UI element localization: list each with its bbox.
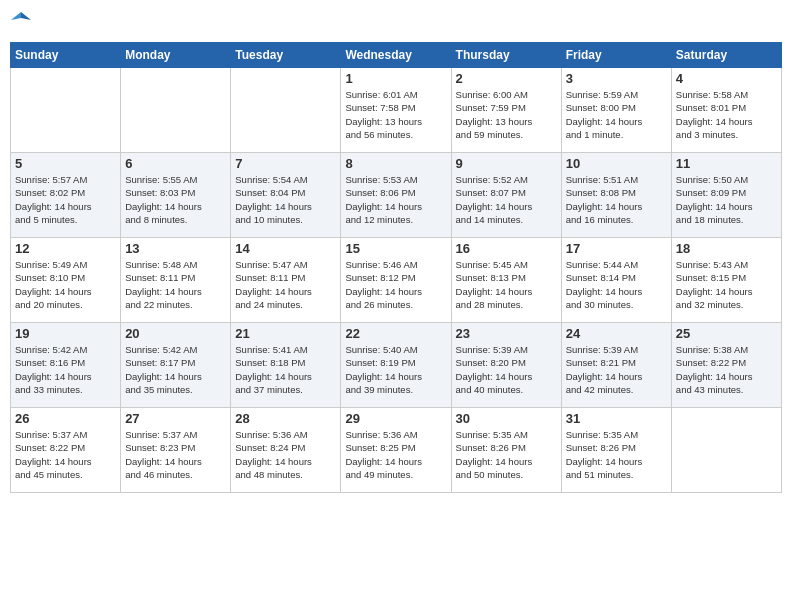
calendar-cell: 30Sunrise: 5:35 AM Sunset: 8:26 PM Dayli… bbox=[451, 408, 561, 493]
calendar-cell: 12Sunrise: 5:49 AM Sunset: 8:10 PM Dayli… bbox=[11, 238, 121, 323]
day-number: 30 bbox=[456, 411, 557, 426]
calendar-cell: 21Sunrise: 5:41 AM Sunset: 8:18 PM Dayli… bbox=[231, 323, 341, 408]
day-info: Sunrise: 5:38 AM Sunset: 8:22 PM Dayligh… bbox=[676, 343, 777, 396]
day-info: Sunrise: 5:54 AM Sunset: 8:04 PM Dayligh… bbox=[235, 173, 336, 226]
weekday-header: Monday bbox=[121, 43, 231, 68]
page-header bbox=[10, 10, 782, 34]
calendar-cell: 19Sunrise: 5:42 AM Sunset: 8:16 PM Dayli… bbox=[11, 323, 121, 408]
calendar-cell: 25Sunrise: 5:38 AM Sunset: 8:22 PM Dayli… bbox=[671, 323, 781, 408]
logo-bird-icon bbox=[11, 10, 31, 34]
calendar-cell: 2Sunrise: 6:00 AM Sunset: 7:59 PM Daylig… bbox=[451, 68, 561, 153]
weekday-header: Thursday bbox=[451, 43, 561, 68]
calendar-cell: 20Sunrise: 5:42 AM Sunset: 8:17 PM Dayli… bbox=[121, 323, 231, 408]
calendar-cell bbox=[231, 68, 341, 153]
day-number: 10 bbox=[566, 156, 667, 171]
calendar-cell: 4Sunrise: 5:58 AM Sunset: 8:01 PM Daylig… bbox=[671, 68, 781, 153]
svg-marker-1 bbox=[11, 12, 21, 20]
calendar-cell: 28Sunrise: 5:36 AM Sunset: 8:24 PM Dayli… bbox=[231, 408, 341, 493]
calendar-cell: 27Sunrise: 5:37 AM Sunset: 8:23 PM Dayli… bbox=[121, 408, 231, 493]
day-number: 11 bbox=[676, 156, 777, 171]
calendar-cell: 17Sunrise: 5:44 AM Sunset: 8:14 PM Dayli… bbox=[561, 238, 671, 323]
day-number: 18 bbox=[676, 241, 777, 256]
calendar-cell: 31Sunrise: 5:35 AM Sunset: 8:26 PM Dayli… bbox=[561, 408, 671, 493]
day-info: Sunrise: 5:44 AM Sunset: 8:14 PM Dayligh… bbox=[566, 258, 667, 311]
weekday-header: Friday bbox=[561, 43, 671, 68]
day-number: 16 bbox=[456, 241, 557, 256]
day-info: Sunrise: 5:36 AM Sunset: 8:25 PM Dayligh… bbox=[345, 428, 446, 481]
day-info: Sunrise: 5:57 AM Sunset: 8:02 PM Dayligh… bbox=[15, 173, 116, 226]
day-info: Sunrise: 5:42 AM Sunset: 8:16 PM Dayligh… bbox=[15, 343, 116, 396]
day-number: 24 bbox=[566, 326, 667, 341]
day-info: Sunrise: 5:50 AM Sunset: 8:09 PM Dayligh… bbox=[676, 173, 777, 226]
day-number: 27 bbox=[125, 411, 226, 426]
calendar-cell: 11Sunrise: 5:50 AM Sunset: 8:09 PM Dayli… bbox=[671, 153, 781, 238]
day-number: 15 bbox=[345, 241, 446, 256]
day-info: Sunrise: 5:35 AM Sunset: 8:26 PM Dayligh… bbox=[566, 428, 667, 481]
day-info: Sunrise: 5:46 AM Sunset: 8:12 PM Dayligh… bbox=[345, 258, 446, 311]
day-info: Sunrise: 6:00 AM Sunset: 7:59 PM Dayligh… bbox=[456, 88, 557, 141]
calendar-week-row: 12Sunrise: 5:49 AM Sunset: 8:10 PM Dayli… bbox=[11, 238, 782, 323]
day-number: 8 bbox=[345, 156, 446, 171]
day-info: Sunrise: 5:53 AM Sunset: 8:06 PM Dayligh… bbox=[345, 173, 446, 226]
day-info: Sunrise: 5:40 AM Sunset: 8:19 PM Dayligh… bbox=[345, 343, 446, 396]
day-number: 5 bbox=[15, 156, 116, 171]
weekday-header: Saturday bbox=[671, 43, 781, 68]
day-info: Sunrise: 5:49 AM Sunset: 8:10 PM Dayligh… bbox=[15, 258, 116, 311]
calendar-cell: 15Sunrise: 5:46 AM Sunset: 8:12 PM Dayli… bbox=[341, 238, 451, 323]
calendar-cell: 13Sunrise: 5:48 AM Sunset: 8:11 PM Dayli… bbox=[121, 238, 231, 323]
svg-marker-0 bbox=[21, 12, 31, 20]
weekday-header: Tuesday bbox=[231, 43, 341, 68]
day-number: 21 bbox=[235, 326, 336, 341]
day-number: 13 bbox=[125, 241, 226, 256]
calendar-cell: 29Sunrise: 5:36 AM Sunset: 8:25 PM Dayli… bbox=[341, 408, 451, 493]
day-number: 26 bbox=[15, 411, 116, 426]
calendar-cell: 26Sunrise: 5:37 AM Sunset: 8:22 PM Dayli… bbox=[11, 408, 121, 493]
day-info: Sunrise: 5:47 AM Sunset: 8:11 PM Dayligh… bbox=[235, 258, 336, 311]
day-number: 31 bbox=[566, 411, 667, 426]
day-info: Sunrise: 5:59 AM Sunset: 8:00 PM Dayligh… bbox=[566, 88, 667, 141]
calendar-cell bbox=[121, 68, 231, 153]
day-number: 6 bbox=[125, 156, 226, 171]
calendar-cell: 10Sunrise: 5:51 AM Sunset: 8:08 PM Dayli… bbox=[561, 153, 671, 238]
day-number: 2 bbox=[456, 71, 557, 86]
day-info: Sunrise: 5:37 AM Sunset: 8:23 PM Dayligh… bbox=[125, 428, 226, 481]
calendar-table: SundayMondayTuesdayWednesdayThursdayFrid… bbox=[10, 42, 782, 493]
day-number: 14 bbox=[235, 241, 336, 256]
day-number: 12 bbox=[15, 241, 116, 256]
calendar-cell: 3Sunrise: 5:59 AM Sunset: 8:00 PM Daylig… bbox=[561, 68, 671, 153]
day-number: 22 bbox=[345, 326, 446, 341]
calendar-cell: 7Sunrise: 5:54 AM Sunset: 8:04 PM Daylig… bbox=[231, 153, 341, 238]
day-info: Sunrise: 5:52 AM Sunset: 8:07 PM Dayligh… bbox=[456, 173, 557, 226]
day-number: 3 bbox=[566, 71, 667, 86]
calendar-cell: 9Sunrise: 5:52 AM Sunset: 8:07 PM Daylig… bbox=[451, 153, 561, 238]
logo bbox=[10, 10, 31, 34]
calendar-cell: 24Sunrise: 5:39 AM Sunset: 8:21 PM Dayli… bbox=[561, 323, 671, 408]
day-info: Sunrise: 5:55 AM Sunset: 8:03 PM Dayligh… bbox=[125, 173, 226, 226]
calendar-week-row: 5Sunrise: 5:57 AM Sunset: 8:02 PM Daylig… bbox=[11, 153, 782, 238]
day-number: 29 bbox=[345, 411, 446, 426]
calendar-cell: 22Sunrise: 5:40 AM Sunset: 8:19 PM Dayli… bbox=[341, 323, 451, 408]
calendar-cell: 14Sunrise: 5:47 AM Sunset: 8:11 PM Dayli… bbox=[231, 238, 341, 323]
day-info: Sunrise: 5:39 AM Sunset: 8:21 PM Dayligh… bbox=[566, 343, 667, 396]
day-info: Sunrise: 5:51 AM Sunset: 8:08 PM Dayligh… bbox=[566, 173, 667, 226]
day-info: Sunrise: 5:35 AM Sunset: 8:26 PM Dayligh… bbox=[456, 428, 557, 481]
day-info: Sunrise: 5:36 AM Sunset: 8:24 PM Dayligh… bbox=[235, 428, 336, 481]
calendar-cell: 5Sunrise: 5:57 AM Sunset: 8:02 PM Daylig… bbox=[11, 153, 121, 238]
calendar-cell: 23Sunrise: 5:39 AM Sunset: 8:20 PM Dayli… bbox=[451, 323, 561, 408]
weekday-header: Sunday bbox=[11, 43, 121, 68]
day-number: 23 bbox=[456, 326, 557, 341]
day-info: Sunrise: 5:39 AM Sunset: 8:20 PM Dayligh… bbox=[456, 343, 557, 396]
calendar-cell bbox=[671, 408, 781, 493]
calendar-cell: 18Sunrise: 5:43 AM Sunset: 8:15 PM Dayli… bbox=[671, 238, 781, 323]
day-info: Sunrise: 5:42 AM Sunset: 8:17 PM Dayligh… bbox=[125, 343, 226, 396]
day-info: Sunrise: 5:58 AM Sunset: 8:01 PM Dayligh… bbox=[676, 88, 777, 141]
day-info: Sunrise: 5:43 AM Sunset: 8:15 PM Dayligh… bbox=[676, 258, 777, 311]
day-number: 1 bbox=[345, 71, 446, 86]
weekday-header: Wednesday bbox=[341, 43, 451, 68]
day-number: 25 bbox=[676, 326, 777, 341]
day-info: Sunrise: 5:45 AM Sunset: 8:13 PM Dayligh… bbox=[456, 258, 557, 311]
day-number: 9 bbox=[456, 156, 557, 171]
day-number: 7 bbox=[235, 156, 336, 171]
calendar-cell: 6Sunrise: 5:55 AM Sunset: 8:03 PM Daylig… bbox=[121, 153, 231, 238]
day-info: Sunrise: 5:41 AM Sunset: 8:18 PM Dayligh… bbox=[235, 343, 336, 396]
